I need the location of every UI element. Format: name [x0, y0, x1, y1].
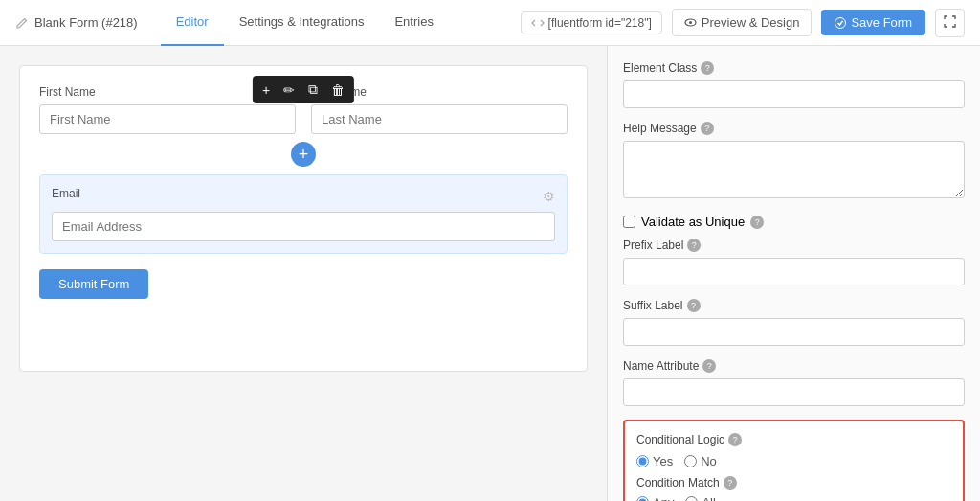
code-icon — [531, 16, 545, 30]
yes-no-row: Yes No — [636, 454, 951, 468]
prefix-label-label: Prefix Label ? — [623, 239, 965, 252]
conditional-logic-title: Conditional Logic ? — [636, 433, 951, 446]
save-button[interactable]: Save Form — [821, 10, 925, 35]
right-panel: Element Class ? Help Message ? Validate … — [607, 46, 980, 501]
toolbar-edit-btn[interactable]: ✏ — [279, 80, 299, 100]
name-attribute-info-icon[interactable]: ? — [702, 359, 716, 373]
preview-button[interactable]: Preview & Design — [672, 9, 813, 36]
prefix-label-info-icon[interactable]: ? — [687, 239, 701, 252]
preview-label: Preview & Design — [702, 15, 800, 30]
conditional-logic-box: Conditional Logic ? Yes No Condition Mat… — [623, 420, 965, 501]
yes-radio[interactable] — [636, 455, 649, 467]
condition-match-info-icon[interactable]: ? — [724, 476, 737, 490]
nav-brand: Blank Form (#218) — [15, 15, 138, 30]
no-option[interactable]: No — [684, 454, 717, 468]
add-row: + — [39, 142, 568, 167]
form-canvas: + ✏ ⧉ 🗑 First Name Last Name + — [19, 65, 588, 372]
field-toolbar: + ✏ ⧉ 🗑 — [253, 76, 354, 103]
name-attribute-label: Name Attribute ? — [623, 359, 965, 373]
any-option[interactable]: Any — [636, 495, 674, 501]
first-name-input[interactable] — [39, 104, 296, 134]
no-radio[interactable] — [684, 455, 697, 467]
validate-unique-label: Validate as Unique — [641, 215, 745, 229]
expand-icon — [944, 15, 956, 28]
help-message-label: Help Message ? — [623, 122, 965, 135]
editor-panel: + ✏ ⧉ 🗑 First Name Last Name + — [0, 46, 607, 501]
email-label: Email — [52, 187, 80, 200]
conditional-logic-section: Conditional Logic ? Yes No Condition Mat… — [623, 420, 965, 501]
all-radio[interactable] — [685, 496, 698, 501]
name-row: + ✏ ⧉ 🗑 First Name Last Name — [39, 85, 568, 134]
element-class-label: Element Class ? — [623, 61, 965, 75]
svg-point-1 — [689, 21, 692, 24]
all-option[interactable]: All — [685, 495, 715, 501]
condition-match-label: Condition Match ? — [636, 476, 951, 490]
suffix-label-section: Suffix Label ? — [623, 299, 965, 346]
eye-icon — [684, 16, 697, 29]
suffix-label-label: Suffix Label ? — [623, 299, 965, 312]
element-class-info-icon[interactable]: ? — [701, 61, 714, 75]
svg-point-2 — [835, 17, 846, 28]
tab-settings[interactable]: Settings & Integrations — [224, 0, 380, 46]
email-input[interactable] — [52, 212, 555, 241]
email-row: Email ⚙ — [39, 174, 568, 254]
email-settings-icon[interactable]: ⚙ — [543, 189, 555, 204]
save-icon — [835, 17, 846, 29]
brand-title: Blank Form (#218) — [34, 15, 138, 30]
validate-unique-info-icon[interactable]: ? — [750, 216, 764, 229]
toolbar-add-btn[interactable]: + — [258, 80, 274, 100]
toolbar-delete-btn[interactable]: 🗑 — [327, 80, 348, 100]
any-radio[interactable] — [636, 496, 649, 501]
help-message-textarea[interactable] — [623, 141, 965, 198]
email-row-header: Email ⚙ — [52, 187, 555, 206]
shortcode-text: [fluentform id="218"] — [548, 16, 652, 30]
main-content: + ✏ ⧉ 🗑 First Name Last Name + — [0, 46, 980, 501]
any-all-row: Any All — [636, 495, 951, 501]
name-attribute-input[interactable]: email — [623, 378, 965, 406]
expand-button[interactable] — [935, 9, 965, 37]
suffix-label-info-icon[interactable]: ? — [687, 299, 701, 312]
name-attribute-section: Name Attribute ? email — [623, 359, 965, 406]
tab-editor[interactable]: Editor — [161, 0, 224, 46]
edit-icon — [15, 16, 29, 30]
prefix-label-section: Prefix Label ? — [623, 239, 965, 285]
save-label: Save Form — [851, 15, 912, 30]
yes-option[interactable]: Yes — [636, 454, 673, 468]
shortcode-badge: [fluentform id="218"] — [521, 11, 662, 34]
nav-tabs: Editor Settings & Integrations Entries — [161, 0, 449, 46]
element-class-input[interactable] — [623, 80, 965, 108]
validate-unique-checkbox[interactable] — [623, 216, 635, 228]
suffix-label-input[interactable] — [623, 318, 965, 346]
add-field-button[interactable]: + — [291, 142, 316, 167]
help-message-section: Help Message ? — [623, 122, 965, 201]
help-message-info-icon[interactable]: ? — [701, 122, 714, 135]
prefix-label-input[interactable] — [623, 258, 965, 285]
toolbar-copy-btn[interactable]: ⧉ — [304, 80, 322, 100]
conditional-logic-info-icon[interactable]: ? — [728, 433, 742, 446]
tab-entries[interactable]: Entries — [379, 0, 448, 46]
last-name-input[interactable] — [311, 104, 568, 134]
nav-right: [fluentform id="218"] Preview & Design S… — [521, 9, 965, 37]
validate-unique-section: Validate as Unique ? — [623, 215, 965, 229]
submit-button[interactable]: Submit Form — [39, 269, 148, 299]
element-class-section: Element Class ? — [623, 61, 965, 108]
top-nav: Blank Form (#218) Editor Settings & Inte… — [0, 0, 980, 46]
